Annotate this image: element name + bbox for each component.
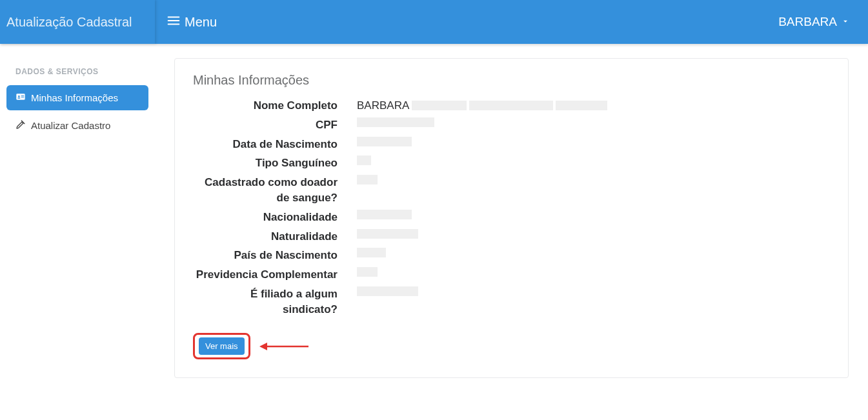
card-title: Minhas Informações — [193, 73, 830, 88]
info-card: Minhas Informações Nome Completo BARBARA… — [174, 58, 849, 378]
svg-rect-6 — [21, 95, 25, 96]
info-value — [341, 155, 371, 165]
ver-mais-highlight: Ver mais — [193, 333, 250, 359]
annotation-arrow-icon — [258, 340, 310, 353]
info-row: Previdencia Complementar — [193, 267, 830, 283]
info-value — [341, 229, 418, 239]
info-label: Tipo Sanguíneo — [193, 155, 341, 171]
info-value-text: BARBARA — [357, 98, 409, 114]
svg-rect-7 — [21, 97, 25, 97]
info-value — [341, 286, 418, 296]
sidebar-section-heading: DADOS & SERVIÇOS — [6, 62, 148, 85]
info-row: É filiado a algum sindicato? — [193, 286, 830, 317]
info-value — [341, 175, 378, 185]
info-value — [341, 248, 386, 257]
info-value — [341, 117, 434, 127]
edit-icon — [15, 119, 26, 132]
menu-label: Menu — [185, 15, 217, 30]
user-name: BARBARA — [778, 15, 837, 29]
info-label: CPF — [193, 117, 341, 133]
sidebar-item-label: Atualizar Cadastro — [31, 120, 110, 131]
hamburger-icon — [167, 14, 181, 31]
redacted-block — [357, 248, 386, 257]
info-label: É filiado a algum sindicato? — [193, 286, 341, 317]
redacted-block — [357, 286, 418, 296]
redacted-block — [357, 117, 434, 127]
info-row: Naturalidade — [193, 229, 830, 245]
sidebar-item-atualizar-cadastro[interactable]: Atualizar Cadastro — [6, 113, 148, 138]
ver-mais-button[interactable]: Ver mais — [199, 337, 245, 355]
info-value — [341, 137, 412, 146]
info-label: Nome Completo — [193, 98, 341, 114]
info-row: Nome Completo BARBARA — [193, 98, 830, 114]
info-label: Nacionalidade — [193, 210, 341, 225]
redacted-block — [357, 210, 412, 219]
info-value — [341, 210, 412, 219]
info-label: País de Nascimento — [193, 248, 341, 263]
redacted-block — [357, 137, 412, 146]
user-dropdown[interactable]: BARBARA — [778, 15, 850, 29]
content-area: Minhas Informações Nome Completo BARBARA… — [155, 44, 868, 378]
redacted-block — [469, 101, 553, 110]
info-row: Data de Nascimento — [193, 137, 830, 152]
sidebar: DADOS & SERVIÇOS Minhas Informações Atua… — [0, 44, 155, 378]
redacted-block — [357, 175, 378, 185]
info-label: Data de Nascimento — [193, 137, 341, 152]
sidebar-item-minhas-informacoes[interactable]: Minhas Informações — [6, 85, 148, 110]
info-row: Nacionalidade — [193, 210, 830, 225]
info-row: Tipo Sanguíneo — [193, 155, 830, 171]
caret-down-icon — [841, 15, 850, 29]
svg-rect-5 — [17, 97, 20, 98]
redacted-block — [357, 229, 418, 239]
redacted-block — [556, 101, 607, 110]
top-bar: Atualização Cadastral Menu BARBARA — [0, 0, 868, 44]
info-label: Previdencia Complementar — [193, 267, 341, 283]
info-row: País de Nascimento — [193, 248, 830, 263]
sidebar-item-label: Minhas Informações — [31, 92, 118, 103]
svg-point-4 — [18, 95, 20, 97]
info-label: Naturalidade — [193, 229, 341, 245]
redacted-block — [357, 267, 378, 277]
menu-toggle[interactable]: Menu — [155, 14, 217, 31]
brand-title: Atualização Cadastral — [0, 0, 155, 44]
info-row: CPF — [193, 117, 830, 133]
redacted-block — [412, 101, 467, 110]
id-card-icon — [15, 92, 26, 104]
info-value — [341, 267, 378, 277]
info-row: Cadastrado como doador de sangue? — [193, 175, 830, 206]
redacted-block — [357, 155, 371, 165]
info-label: Cadastrado como doador de sangue? — [193, 175, 341, 206]
info-value: BARBARA — [341, 98, 607, 114]
